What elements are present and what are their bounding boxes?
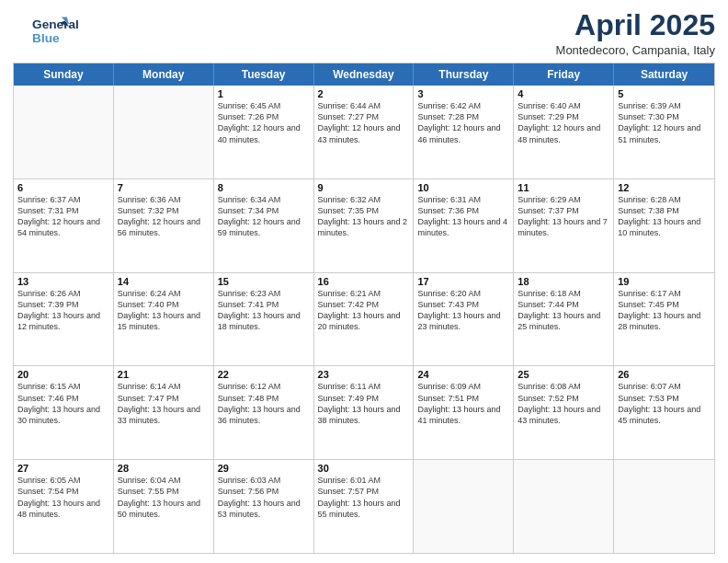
svg-text:Blue: Blue bbox=[32, 31, 60, 45]
day-number: 20 bbox=[17, 369, 109, 380]
day-number: 13 bbox=[17, 276, 109, 287]
day-number: 19 bbox=[618, 276, 711, 287]
sun-info: Sunrise: 6:28 AMSunset: 7:38 PMDaylight:… bbox=[618, 194, 711, 239]
calendar-cell bbox=[614, 460, 714, 553]
day-number: 11 bbox=[518, 182, 609, 193]
day-number: 25 bbox=[518, 369, 609, 380]
day-number: 24 bbox=[417, 369, 509, 380]
day-number: 10 bbox=[417, 182, 509, 193]
sun-info: Sunrise: 6:39 AMSunset: 7:30 PMDaylight:… bbox=[618, 100, 711, 145]
day-number: 12 bbox=[618, 182, 711, 193]
day-number: 6 bbox=[17, 182, 109, 193]
calendar-cell bbox=[14, 86, 114, 178]
calendar-cell: 2Sunrise: 6:44 AMSunset: 7:27 PMDaylight… bbox=[314, 86, 415, 178]
calendar-cell: 20Sunrise: 6:15 AMSunset: 7:46 PMDayligh… bbox=[14, 366, 114, 459]
day-number: 18 bbox=[518, 276, 609, 287]
calendar-cell: 6Sunrise: 6:37 AMSunset: 7:31 PMDaylight… bbox=[14, 179, 114, 272]
sun-info: Sunrise: 6:31 AMSunset: 7:36 PMDaylight:… bbox=[417, 194, 509, 239]
header-day-friday: Friday bbox=[514, 63, 614, 86]
sun-info: Sunrise: 6:26 AMSunset: 7:39 PMDaylight:… bbox=[17, 288, 109, 333]
sun-info: Sunrise: 6:36 AMSunset: 7:32 PMDaylight:… bbox=[118, 194, 210, 239]
day-number: 27 bbox=[17, 463, 109, 474]
svg-text:General: General bbox=[32, 17, 79, 31]
calendar-cell: 28Sunrise: 6:04 AMSunset: 7:55 PMDayligh… bbox=[114, 460, 214, 553]
day-number: 23 bbox=[318, 369, 410, 380]
day-number: 22 bbox=[218, 369, 310, 380]
sun-info: Sunrise: 6:08 AMSunset: 7:52 PMDaylight:… bbox=[518, 381, 609, 426]
logo: General Blue bbox=[13, 9, 86, 48]
day-number: 26 bbox=[618, 369, 711, 380]
sun-info: Sunrise: 6:12 AMSunset: 7:48 PMDaylight:… bbox=[218, 381, 310, 426]
calendar-cell: 21Sunrise: 6:14 AMSunset: 7:47 PMDayligh… bbox=[114, 366, 214, 459]
header-day-tuesday: Tuesday bbox=[214, 63, 314, 86]
header-day-saturday: Saturday bbox=[614, 63, 714, 86]
sun-info: Sunrise: 6:44 AMSunset: 7:27 PMDaylight:… bbox=[318, 100, 410, 145]
calendar-week-4: 20Sunrise: 6:15 AMSunset: 7:46 PMDayligh… bbox=[14, 366, 714, 460]
logo-icon: General Blue bbox=[13, 9, 86, 48]
sun-info: Sunrise: 6:03 AMSunset: 7:56 PMDaylight:… bbox=[218, 475, 310, 520]
sun-info: Sunrise: 6:45 AMSunset: 7:26 PMDaylight:… bbox=[218, 100, 310, 145]
calendar-cell: 1Sunrise: 6:45 AMSunset: 7:26 PMDaylight… bbox=[214, 86, 314, 178]
month-title: April 2025 bbox=[556, 9, 715, 41]
day-number: 21 bbox=[118, 369, 210, 380]
calendar-cell: 7Sunrise: 6:36 AMSunset: 7:32 PMDaylight… bbox=[114, 179, 214, 272]
calendar-cell bbox=[414, 460, 514, 553]
day-number: 30 bbox=[318, 463, 410, 474]
calendar-week-5: 27Sunrise: 6:05 AMSunset: 7:54 PMDayligh… bbox=[14, 460, 714, 553]
header: General Blue April 2025 Montedecoro, Cam… bbox=[13, 9, 715, 57]
sun-info: Sunrise: 6:29 AMSunset: 7:37 PMDaylight:… bbox=[518, 194, 609, 239]
calendar-cell bbox=[114, 86, 214, 178]
sun-info: Sunrise: 6:04 AMSunset: 7:55 PMDaylight:… bbox=[118, 475, 210, 520]
calendar-cell: 29Sunrise: 6:03 AMSunset: 7:56 PMDayligh… bbox=[214, 460, 314, 553]
day-number: 7 bbox=[118, 182, 210, 193]
day-number: 28 bbox=[118, 463, 210, 474]
calendar-header-row: SundayMondayTuesdayWednesdayThursdayFrid… bbox=[14, 63, 714, 86]
calendar-week-1: 1Sunrise: 6:45 AMSunset: 7:26 PMDaylight… bbox=[14, 86, 714, 179]
calendar-cell: 18Sunrise: 6:18 AMSunset: 7:44 PMDayligh… bbox=[514, 273, 614, 366]
day-number: 4 bbox=[518, 88, 609, 99]
calendar-cell bbox=[514, 460, 614, 553]
calendar-cell: 15Sunrise: 6:23 AMSunset: 7:41 PMDayligh… bbox=[214, 273, 314, 366]
calendar-cell: 14Sunrise: 6:24 AMSunset: 7:40 PMDayligh… bbox=[114, 273, 214, 366]
calendar-cell: 24Sunrise: 6:09 AMSunset: 7:51 PMDayligh… bbox=[414, 366, 514, 459]
day-number: 1 bbox=[218, 88, 310, 99]
day-number: 15 bbox=[218, 276, 310, 287]
header-right: April 2025 Montedecoro, Campania, Italy bbox=[556, 9, 715, 57]
calendar-cell: 30Sunrise: 6:01 AMSunset: 7:57 PMDayligh… bbox=[314, 460, 415, 553]
sun-info: Sunrise: 6:23 AMSunset: 7:41 PMDaylight:… bbox=[218, 288, 310, 333]
day-number: 3 bbox=[417, 88, 509, 99]
calendar-body: 1Sunrise: 6:45 AMSunset: 7:26 PMDaylight… bbox=[14, 86, 714, 553]
calendar-cell: 25Sunrise: 6:08 AMSunset: 7:52 PMDayligh… bbox=[514, 366, 614, 459]
calendar-cell: 16Sunrise: 6:21 AMSunset: 7:42 PMDayligh… bbox=[314, 273, 415, 366]
calendar-cell: 26Sunrise: 6:07 AMSunset: 7:53 PMDayligh… bbox=[614, 366, 714, 459]
day-number: 29 bbox=[218, 463, 310, 474]
day-number: 14 bbox=[118, 276, 210, 287]
sun-info: Sunrise: 6:34 AMSunset: 7:34 PMDaylight:… bbox=[218, 194, 310, 239]
header-day-wednesday: Wednesday bbox=[314, 63, 415, 86]
calendar-cell: 11Sunrise: 6:29 AMSunset: 7:37 PMDayligh… bbox=[514, 179, 614, 272]
header-day-monday: Monday bbox=[114, 63, 214, 86]
sun-info: Sunrise: 6:17 AMSunset: 7:45 PMDaylight:… bbox=[618, 288, 711, 333]
sun-info: Sunrise: 6:20 AMSunset: 7:43 PMDaylight:… bbox=[417, 288, 509, 333]
calendar-cell: 27Sunrise: 6:05 AMSunset: 7:54 PMDayligh… bbox=[14, 460, 114, 553]
sun-info: Sunrise: 6:32 AMSunset: 7:35 PMDaylight:… bbox=[318, 194, 410, 239]
sun-info: Sunrise: 6:21 AMSunset: 7:42 PMDaylight:… bbox=[318, 288, 410, 333]
day-number: 16 bbox=[318, 276, 410, 287]
calendar-cell: 8Sunrise: 6:34 AMSunset: 7:34 PMDaylight… bbox=[214, 179, 314, 272]
sun-info: Sunrise: 6:01 AMSunset: 7:57 PMDaylight:… bbox=[318, 475, 410, 520]
day-number: 17 bbox=[417, 276, 509, 287]
calendar: SundayMondayTuesdayWednesdayThursdayFrid… bbox=[13, 63, 715, 554]
calendar-week-3: 13Sunrise: 6:26 AMSunset: 7:39 PMDayligh… bbox=[14, 273, 714, 367]
page: General Blue April 2025 Montedecoro, Cam… bbox=[0, 0, 728, 563]
day-number: 8 bbox=[218, 182, 310, 193]
sun-info: Sunrise: 6:05 AMSunset: 7:54 PMDaylight:… bbox=[17, 475, 109, 520]
calendar-cell: 4Sunrise: 6:40 AMSunset: 7:29 PMDaylight… bbox=[514, 86, 614, 178]
header-day-thursday: Thursday bbox=[414, 63, 514, 86]
sun-info: Sunrise: 6:24 AMSunset: 7:40 PMDaylight:… bbox=[118, 288, 210, 333]
calendar-cell: 5Sunrise: 6:39 AMSunset: 7:30 PMDaylight… bbox=[614, 86, 714, 178]
sun-info: Sunrise: 6:09 AMSunset: 7:51 PMDaylight:… bbox=[417, 381, 509, 426]
calendar-cell: 12Sunrise: 6:28 AMSunset: 7:38 PMDayligh… bbox=[614, 179, 714, 272]
sun-info: Sunrise: 6:40 AMSunset: 7:29 PMDaylight:… bbox=[518, 100, 609, 145]
calendar-cell: 9Sunrise: 6:32 AMSunset: 7:35 PMDaylight… bbox=[314, 179, 415, 272]
sun-info: Sunrise: 6:07 AMSunset: 7:53 PMDaylight:… bbox=[618, 381, 711, 426]
